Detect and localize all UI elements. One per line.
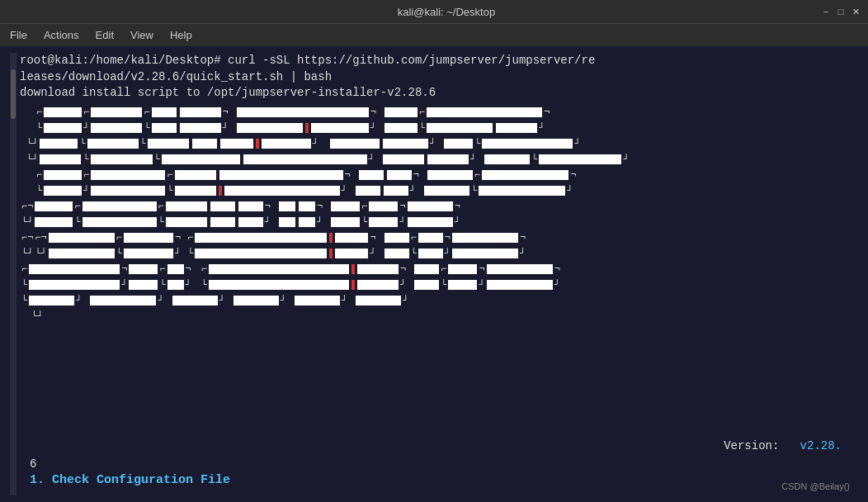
terminal-content: root@kali:/home/kali/Desktop# curl -sSL …: [10, 53, 858, 495]
menu-file[interactable]: File: [3, 27, 34, 43]
window-title: kali@kali: ~/Desktop: [73, 6, 820, 18]
menu-edit[interactable]: Edit: [89, 27, 120, 43]
minimize-button[interactable]: −: [820, 6, 832, 17]
terminal-line-1: root@kali:/home/kali/Desktop# curl -sSL …: [20, 53, 858, 69]
progress-row-10: └┘ └┘ └ ┘ └ ┘ └ ┘ ┘: [20, 246, 858, 261]
progress-row-13: └ ┘ ┘ ┘ ┘ ┘ ┘: [20, 293, 858, 308]
version-value: v2.28.: [800, 439, 842, 452]
progress-row-12: └ ┘ └ ┘ └ ┘ └ ┘ ┘: [20, 277, 858, 292]
window-controls[interactable]: − □ ✕: [820, 6, 861, 17]
progress-row-8: └┘ └ └ ┘ ┘ └ ┘ ┘: [20, 215, 858, 230]
progress-row-9: ⌐¬ ⌐¬ ⌐ ¬ ⌐ ¬ ⌐ ¬ ¬: [20, 230, 858, 245]
terminal[interactable]: root@kali:/home/kali/Desktop# curl -sSL …: [0, 46, 868, 502]
menu-actions[interactable]: Actions: [37, 27, 86, 43]
docker-progress-area: ⌐ ⌐ ⌐ ¬ ¬ ⌐ ¬ └ ┘: [20, 105, 858, 344]
check-config-line: 1. Check Configuration File: [30, 473, 230, 487]
version-label: Version:: [724, 439, 779, 452]
progress-row-7: ⌐¬ ⌐ ⌐ ¬ ¬ ⌐ ¬ ¬: [20, 199, 858, 214]
version-36: 6: [30, 457, 36, 471]
menu-view[interactable]: View: [124, 27, 160, 43]
scrollbar[interactable]: [10, 53, 17, 495]
progress-row-3: └┘ └ └ ┘ ┘ └ ┘: [20, 136, 858, 151]
version-display: Version: v2.28.: [724, 439, 842, 452]
progress-row-14: └┘: [20, 309, 858, 324]
menu-help[interactable]: Help: [163, 27, 199, 43]
menu-bar: File Actions Edit View Help: [0, 23, 868, 46]
progress-row-6: └ ┘ └ ┘ ┘ └ ┘: [20, 183, 858, 198]
title-bar: kali@kali: ~/Desktop − □ ✕: [0, 0, 868, 23]
progress-row-4: └┘ └ └ ┘ ┘ └ ┘: [20, 152, 858, 167]
watermark: CSDN @Beilay(): [781, 481, 850, 491]
progress-row-5: ⌐ ⌐ ⌐ ¬ ¬ ⌐ ¬: [20, 168, 858, 182]
terminal-line-2: leases/download/v2.28.6/quick_start.sh |…: [20, 69, 858, 86]
scrollbar-thumb: [11, 69, 16, 119]
close-button[interactable]: ✕: [850, 6, 861, 17]
progress-row-11: ⌐ ¬ ⌐ ¬ ⌐ ¬ ⌐ ¬ ¬: [20, 262, 858, 277]
terminal-line-3: download install script to /opt/jumpserv…: [20, 85, 858, 102]
progress-row-2: └ ┘ └ ┘ ┘ └ ┘: [20, 121, 858, 135]
maximize-button[interactable]: □: [835, 6, 847, 17]
progress-row-1: ⌐ ⌐ ⌐ ¬ ¬ ⌐ ¬: [20, 105, 858, 120]
